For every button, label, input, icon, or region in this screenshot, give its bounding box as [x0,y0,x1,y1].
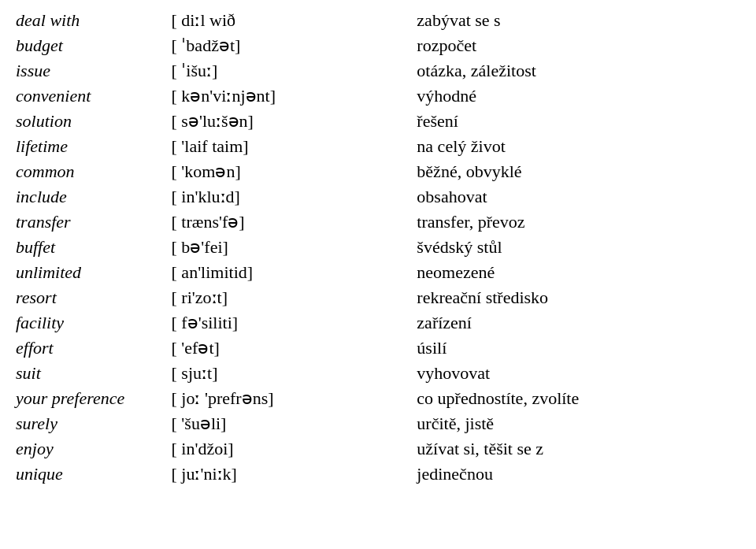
vocabulary-table: deal with[ diːl wiðzabývat se sbudget[ ˈ… [16,8,740,487]
translation-cell: výhodné [417,83,740,109]
word-cell: enjoy [16,436,172,462]
word-cell: issue [16,58,172,83]
translation-cell: běžné, obvyklé [417,159,740,184]
translation-cell: úsilí [417,336,740,361]
translation-cell: rozpočet [417,33,740,58]
word-cell: buffet [16,235,172,260]
translation-cell: vyhovovat [417,361,740,386]
phonetic-cell: [ bə'fei] [172,235,417,260]
phonetic-cell: [ 'laif taim] [172,134,417,159]
phonetic-cell: [ diːl wið [172,8,417,33]
translation-cell: otázka, záležitost [417,58,740,83]
word-cell: effort [16,336,172,361]
translation-cell: zabývat se s [417,8,740,33]
table-row: include[ in'kluːd]obsahovat [16,184,740,210]
phonetic-cell: [ 'šuəli] [172,411,417,436]
phonetic-cell: [ sə'luːšən] [172,109,417,134]
translation-cell: neomezené [417,260,740,285]
phonetic-cell: [ juː'niːk] [172,462,417,487]
phonetic-cell: [ 'efət] [172,336,417,361]
translation-cell: zařízení [417,310,740,336]
table-row: resort[ ri'zoːt]rekreační středisko [16,285,740,310]
table-row: issue[ ˈišuː]otázka, záležitost [16,58,740,83]
table-row: surely[ 'šuəli]určitě, jistě [16,411,740,436]
translation-cell: co upřednostíte, zvolíte [417,386,740,411]
word-cell: common [16,159,172,184]
translation-cell: rekreační středisko [417,285,740,310]
table-row: facility[ fə'siliti]zařízení [16,310,740,336]
table-row: suit[ sjuːt]vyhovovat [16,361,740,386]
table-row: transfer[ træns'fə]transfer, převoz [16,210,740,235]
word-cell: resort [16,285,172,310]
table-row: deal with[ diːl wiðzabývat se s [16,8,740,33]
translation-cell: švédský stůl [417,235,740,260]
word-cell: include [16,184,172,210]
word-cell: suit [16,361,172,386]
word-cell: facility [16,310,172,336]
table-row: enjoy[ in'džoi]užívat si, těšit se z [16,436,740,462]
phonetic-cell: [ in'džoi] [172,436,417,462]
translation-cell: na celý život [417,134,740,159]
phonetic-cell: [ an'limitid] [172,260,417,285]
table-row: buffet[ bə'fei]švédský stůl [16,235,740,260]
table-row: your preference[ joː 'prefrəns]co upředn… [16,386,740,411]
phonetic-cell: [ ˈišuː] [172,58,417,83]
phonetic-cell: [ in'kluːd] [172,184,417,210]
phonetic-cell: [ joː 'prefrəns] [172,386,417,411]
translation-cell: obsahovat [417,184,740,210]
phonetic-cell: [ fə'siliti] [172,310,417,336]
phonetic-cell: [ 'komən] [172,159,417,184]
translation-cell: transfer, převoz [417,210,740,235]
translation-cell: určitě, jistě [417,411,740,436]
word-cell: deal with [16,8,172,33]
word-cell: solution [16,109,172,134]
phonetic-cell: [ sjuːt] [172,361,417,386]
table-row: convenient[ kən'viːnjənt]výhodné [16,83,740,109]
table-row: unique[ juː'niːk]jedinečnou [16,462,740,487]
table-row: unlimited[ an'limitid]neomezené [16,260,740,285]
word-cell: unique [16,462,172,487]
word-cell: unlimited [16,260,172,285]
word-cell: transfer [16,210,172,235]
table-row: lifetime[ 'laif taim]na celý život [16,134,740,159]
word-cell: budget [16,33,172,58]
table-row: common[ 'komən]běžné, obvyklé [16,159,740,184]
phonetic-cell: [ kən'viːnjənt] [172,83,417,109]
phonetic-cell: [ ri'zoːt] [172,285,417,310]
table-row: solution[ sə'luːšən]řešení [16,109,740,134]
word-cell: convenient [16,83,172,109]
translation-cell: jedinečnou [417,462,740,487]
translation-cell: užívat si, těšit se z [417,436,740,462]
word-cell: surely [16,411,172,436]
word-cell: your preference [16,386,172,411]
phonetic-cell: [ ˈbadžət] [172,33,417,58]
table-row: effort[ 'efət]úsilí [16,336,740,361]
translation-cell: řešení [417,109,740,134]
word-cell: lifetime [16,134,172,159]
phonetic-cell: [ træns'fə] [172,210,417,235]
table-row: budget[ ˈbadžət]rozpočet [16,33,740,58]
